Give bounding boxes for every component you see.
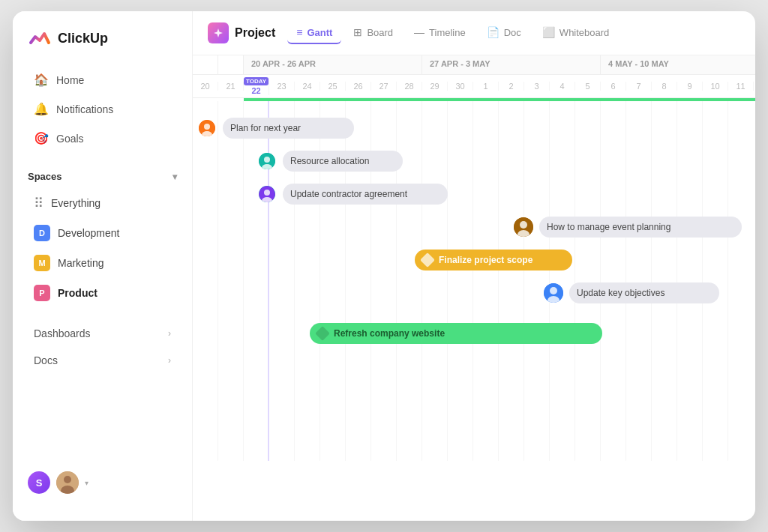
sidebar-item-home[interactable]: 🏠 Home — [19, 66, 186, 94]
tab-whiteboard[interactable]: ⬜ Whiteboard — [533, 22, 618, 44]
goals-icon: 🎯 — [34, 131, 49, 145]
app-container: ClickUp 🏠 Home 🔔 Notifications 🎯 Goals S… — [13, 11, 755, 521]
spaces-header: Spaces ▾ — [13, 165, 192, 188]
spaces-chevron-icon[interactable]: ▾ — [172, 172, 177, 182]
gantt-tab-icon: ≡ — [296, 26, 302, 38]
task-bar-objectives[interactable]: Update key objectives — [569, 282, 719, 303]
day-6: 6 — [601, 82, 626, 91]
svg-marker-3 — [214, 28, 223, 37]
today-day: 22 — [251, 86, 260, 95]
tab-gantt[interactable]: ≡ Gantt — [287, 22, 341, 44]
day-24: 24 — [295, 82, 320, 91]
gantt-body: Plan for next year Resource allocation — [193, 101, 755, 461]
spaces-label: Spaces — [28, 171, 62, 182]
task-bar-plan[interactable]: Plan for next year — [223, 118, 354, 139]
day-30: 30 — [448, 82, 473, 91]
task-row-resource: Resource allocation — [193, 148, 755, 175]
task-row-finalize: Finalize project scope — [193, 247, 755, 273]
task-avatar-contractor — [259, 186, 275, 202]
sidebar-item-marketing[interactable]: M Marketing — [19, 249, 186, 277]
task-label-finalize: Finalize project scope — [439, 255, 532, 265]
everything-label: Everything — [51, 197, 100, 209]
week-label-1: 20 APR - 26 APR — [244, 55, 422, 74]
doc-tab-label: Doc — [504, 27, 521, 38]
week-label-2: 27 APR - 3 MAY — [422, 55, 601, 74]
day-27: 27 — [371, 82, 397, 91]
everything-icon: ⠿ — [34, 195, 44, 211]
task-label-event: How to manage event planning — [547, 222, 670, 232]
docs-chevron-icon: › — [168, 355, 171, 366]
app-name: ClickUp — [58, 31, 108, 46]
task-bar-contractor[interactable]: Update contractor agreement — [283, 184, 448, 205]
marketing-badge: M — [34, 255, 50, 271]
project-sparkle-icon — [212, 27, 224, 39]
day-21: 21 — [218, 82, 244, 91]
task-label-objectives: Update key objectives — [577, 288, 664, 298]
whiteboard-tab-icon: ⬜ — [542, 26, 555, 38]
svg-point-14 — [520, 221, 527, 229]
section-divider — [13, 153, 192, 165]
day-20: 20 — [193, 82, 218, 91]
day-3: 3 — [524, 82, 550, 91]
gantt-tab-label: Gantt — [307, 27, 332, 38]
day-9: 9 — [677, 82, 703, 91]
sidebar-item-development[interactable]: D Development — [19, 219, 186, 247]
day-26: 26 — [346, 82, 371, 91]
day-12: 12 — [754, 82, 755, 91]
project-icon — [208, 22, 229, 43]
user-avatar-2[interactable] — [56, 471, 79, 494]
bell-icon: 🔔 — [34, 102, 49, 116]
svg-point-8 — [264, 157, 270, 163]
sidebar-item-product[interactable]: P Product — [19, 279, 186, 307]
task-avatar-event — [514, 217, 533, 237]
svg-point-17 — [550, 287, 557, 294]
timeline-tab-label: Timeline — [429, 27, 466, 38]
avatar-chevron-icon[interactable]: ▾ — [85, 479, 88, 487]
days-row: 20 21 TODAY 22 23 24 25 26 27 28 29 30 1 — [193, 75, 755, 97]
day-11: 11 — [728, 82, 754, 91]
day-28: 28 — [397, 82, 422, 91]
task-bar-resource[interactable]: Resource allocation — [283, 151, 403, 172]
task-row-plan: Plan for next year — [193, 115, 755, 142]
task-bar-finalize[interactable]: Finalize project scope — [415, 250, 572, 270]
sidebar: ClickUp 🏠 Home 🔔 Notifications 🎯 Goals S… — [13, 11, 193, 521]
task-row-event: How to manage event planning — [193, 214, 755, 241]
sidebar-item-dashboards[interactable]: Dashboards › — [19, 321, 186, 346]
task-label-contractor: Update contractor agreement — [290, 189, 407, 199]
tab-doc[interactable]: 📄 Doc — [478, 22, 530, 44]
dashboards-label: Dashboards — [34, 327, 91, 339]
notifications-label: Notifications — [56, 103, 113, 115]
task-bar-website[interactable]: Refresh company website — [310, 323, 602, 344]
week-spacer — [193, 55, 218, 74]
day-22-today: TODAY 22 — [244, 77, 269, 95]
diamond-icon-website — [315, 326, 330, 341]
logo-area: ClickUp — [13, 26, 192, 65]
task-row-contractor: Update contractor agreement — [193, 181, 755, 208]
task-bar-event[interactable]: How to manage event planning — [539, 217, 742, 238]
sidebar-item-docs[interactable]: Docs › — [19, 348, 186, 373]
day-10: 10 — [703, 82, 728, 91]
user-avatar-s[interactable]: S — [28, 471, 50, 494]
svg-point-1 — [64, 476, 71, 483]
home-label: Home — [56, 74, 84, 86]
tab-timeline[interactable]: — Timeline — [405, 22, 475, 44]
dashboards-chevron-icon: › — [168, 328, 171, 339]
day-25: 25 — [320, 82, 346, 91]
sidebar-item-notifications[interactable]: 🔔 Notifications — [19, 95, 186, 123]
marketing-label: Marketing — [58, 257, 104, 269]
sidebar-item-everything[interactable]: ⠿ Everything — [19, 189, 186, 217]
date-header: 20 APR - 26 APR 27 APR - 3 MAY 4 MAY - 1… — [193, 55, 755, 98]
day-4: 4 — [550, 82, 575, 91]
clickup-logo-icon — [28, 26, 52, 50]
timeline-tab-icon: — — [414, 26, 424, 38]
week-label-3: 4 MAY - 10 MAY — [601, 55, 755, 74]
sidebar-item-goals[interactable]: 🎯 Goals — [19, 124, 186, 152]
day-1: 1 — [473, 82, 499, 91]
top-bar: Project ≡ Gantt ⊞ Board — Timeline 📄 Doc… — [193, 11, 755, 55]
task-avatar-plan — [199, 120, 215, 136]
product-label: Product — [58, 287, 98, 299]
board-tab-label: Board — [367, 27, 393, 38]
tab-board[interactable]: ⊞ Board — [344, 22, 402, 44]
task-avatar-objectives — [544, 283, 563, 303]
task-label-plan: Plan for next year — [230, 123, 301, 133]
